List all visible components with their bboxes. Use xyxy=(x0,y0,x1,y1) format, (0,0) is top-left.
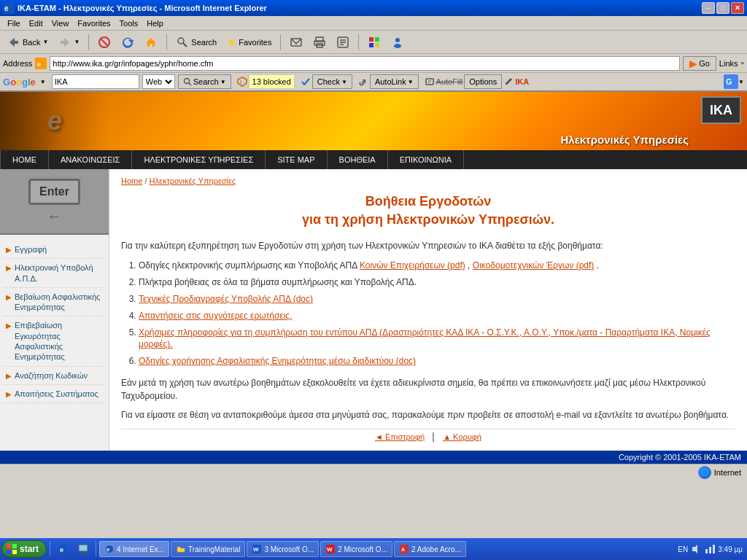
google-search-input[interactable] xyxy=(52,74,139,89)
menu-view[interactable]: View xyxy=(47,18,74,29)
user-icon xyxy=(391,36,404,49)
sidebar-item-verify-clearance[interactable]: ▶ Επιβεβαίωση Εγκυρότητας Ασφαλιστικής Ε… xyxy=(3,316,106,366)
toolbar: Back ▼ ▼ Search ★ Favorites xyxy=(0,31,747,54)
stop-button[interactable] xyxy=(93,33,115,52)
svg-text:W: W xyxy=(253,546,259,553)
minimize-button[interactable]: ─ xyxy=(702,2,715,14)
svg-text:G: G xyxy=(726,77,732,86)
link-oikodomo[interactable]: Οικοδομοτεχνικών Έργων (pdf) xyxy=(473,260,595,271)
link-insurance-guide[interactable]: Οδηγίες χορήγησης Ασφαλιστικής Ενημερότη… xyxy=(139,356,416,366)
sidebar-item-search-codes[interactable]: ▶ Αναζήτηση Κωδικών xyxy=(3,367,106,385)
list-item-2: Πλήκτρα βοήθειας σε όλα τα βήματα συμπλή… xyxy=(139,276,735,289)
sidebar-item-system-requirements[interactable]: ▶ Απαιτήσεις Συστήματος xyxy=(3,385,106,403)
nav-sitemap[interactable]: SITE MAP xyxy=(266,150,327,169)
start-button[interactable]: start xyxy=(1,540,47,558)
close-button[interactable]: ✕ xyxy=(731,2,744,14)
taskbar-item-ie[interactable]: e 4 Internet Ex... xyxy=(99,541,169,557)
content-area: Enter ← ▶ Εγγραφή ▶ Ηλεκτρονική Υποβολή … xyxy=(0,169,747,451)
top-link[interactable]: ▲ Κορυφή xyxy=(443,432,481,441)
nav-announcements[interactable]: ΑΝΑΚΟΙΝΩΣΕΙΣ xyxy=(49,150,132,169)
edit-button[interactable] xyxy=(332,33,354,52)
forward-button[interactable]: ▼ xyxy=(54,33,84,52)
taskbar-item-msoffice2[interactable]: W 2 Microsoft O... xyxy=(320,541,392,557)
address-input[interactable] xyxy=(50,56,680,71)
arrow-icon: ▶ xyxy=(6,292,12,302)
folder-taskbar-icon xyxy=(176,544,186,554)
menu-bar: File Edit View Favorites Tools Help xyxy=(0,16,747,31)
svg-line-27 xyxy=(188,83,191,86)
link-faq[interactable]: Απαντήσεις στις συχνότερες ερωτήσεις. xyxy=(139,311,292,321)
list-item-3: Τεχνικές Προδιαγραφές Υποβολής ΑΠΔ (doc) xyxy=(139,293,735,306)
nav-services[interactable]: ΗΛΕΚΤΡΟΝΙΚΕΣ ΥΠΗΡΕΣΙΕΣ xyxy=(132,150,266,169)
arrow-icon: ▶ xyxy=(6,245,12,254)
stop-icon xyxy=(98,36,111,49)
options-button[interactable]: Options xyxy=(464,74,502,89)
svg-rect-53 xyxy=(705,549,708,553)
sidebar: Enter ← ▶ Εγγραφή ▶ Ηλεκτρονική Υποβολή … xyxy=(0,169,109,451)
header-title-text: Ηλεκτρονικές Υπηρεσίες xyxy=(560,133,689,146)
list-item-6: Οδηγίες χορήγησης Ασφαλιστικής Ενημερότη… xyxy=(139,355,735,368)
google-dropdown-icon: ▼ xyxy=(40,79,46,85)
menu-tools[interactable]: Tools xyxy=(115,18,143,29)
copyright-text: Copyright © 2001-2005 ΙΚΑ-ΕΤΑΜ xyxy=(619,453,741,462)
taskbar-item-msoffice1[interactable]: W 3 Microsoft O... xyxy=(247,541,319,557)
back-link[interactable]: ◄ Επιστροφή xyxy=(375,432,425,441)
svg-marker-3 xyxy=(9,38,18,47)
taskbar-item-acrobat[interactable]: A 2 Adobe Acro... xyxy=(394,541,466,557)
maximize-button[interactable]: □ xyxy=(716,2,729,14)
google-search-button[interactable]: Search ▼ xyxy=(178,74,231,89)
check-button[interactable]: Check ▼ xyxy=(312,74,352,89)
home-button[interactable] xyxy=(140,33,162,52)
quicklaunch-ie[interactable]: e xyxy=(53,541,72,557)
list-item-4: Απαντήσεις στις συχνότερες ερωτήσεις. xyxy=(139,310,735,322)
nav-help[interactable]: ΒΟΗΘΕΙΑ xyxy=(328,150,388,169)
svg-rect-21 xyxy=(375,43,379,47)
print-button[interactable] xyxy=(309,33,330,52)
sidebar-item-registration[interactable]: ▶ Εγγραφή xyxy=(3,241,106,259)
menu-favorites[interactable]: Favorites xyxy=(73,18,115,29)
google-search-dropdown[interactable]: Web xyxy=(142,74,175,89)
svg-rect-35 xyxy=(6,466,18,478)
svg-rect-54 xyxy=(709,547,711,553)
go-button[interactable]: ▶ Go xyxy=(683,56,716,71)
breadcrumb-home[interactable]: Home xyxy=(121,176,142,185)
google-options-dropdown-icon: ▼ xyxy=(738,79,744,85)
nav-home[interactable]: HOME xyxy=(0,150,49,169)
list-item-1: Οδηγίες ηλεκτρονικής συμπλήρωσης και Υπο… xyxy=(139,260,735,272)
autolink-button[interactable]: AutoLink ▼ xyxy=(370,74,419,89)
link-technical[interactable]: Τεχνικές Προδιαγραφές Υποβολής ΑΠΔ (doc) xyxy=(139,294,313,304)
sidebar-item-insurance-clearance[interactable]: ▶ Βεβαίωση Ασφαλιστικής Ενημερότητας xyxy=(3,288,106,317)
tray-lang: EN xyxy=(678,545,688,553)
svg-line-6 xyxy=(101,39,107,45)
link-useful-info[interactable]: Χρήσιμες πληροφορίες για τη συμπλήρωση τ… xyxy=(139,327,711,350)
ie-taskbar-icon: e xyxy=(104,544,115,554)
menu-edit[interactable]: Edit xyxy=(25,18,47,29)
mail-button[interactable] xyxy=(285,33,307,52)
windows-button[interactable] xyxy=(363,33,385,52)
banner-decorative: e xyxy=(47,106,62,136)
favorites-icon: ★ xyxy=(227,36,236,48)
back-button[interactable]: Back ▼ xyxy=(3,33,53,52)
svg-rect-18 xyxy=(369,37,374,42)
ie-quicklaunch-icon: e xyxy=(58,544,68,554)
nav-contact[interactable]: ΕΠΙΚΟΙΝΩΝΙΑ xyxy=(388,150,464,169)
banner-left: e xyxy=(0,92,109,150)
taskbar-item-training[interactable]: TrainingMaterial xyxy=(171,541,245,557)
arrow-icon: ▶ xyxy=(6,389,12,399)
back-icon xyxy=(7,36,20,49)
search-button[interactable]: Search xyxy=(171,33,221,52)
user-button[interactable] xyxy=(387,33,409,52)
google-logo: Google xyxy=(3,77,36,88)
links-label[interactable]: Links xyxy=(719,59,738,68)
breadcrumb-current[interactable]: Ηλεκτρονικές Υπηρεσίες xyxy=(150,176,236,185)
quicklaunch-desktop[interactable] xyxy=(74,541,93,557)
menu-help[interactable]: Help xyxy=(142,18,168,29)
refresh-button[interactable] xyxy=(117,33,139,52)
footer-text-2: Για να είμαστε σε θέση να ανταποκριθούμε… xyxy=(121,408,735,421)
ika-banner: e Ηλεκτρονικές Υπηρεσίες IKA xyxy=(0,92,747,150)
sidebar-item-electronic-submission[interactable]: ▶ Ηλεκτρονική Υποβολή Α.Π.Δ. xyxy=(3,259,106,288)
svg-marker-7 xyxy=(146,38,156,47)
menu-file[interactable]: File xyxy=(3,18,25,29)
link-koines[interactable]: Κοινών Επιχειρήσεων (pdf) xyxy=(360,260,465,271)
favorites-button[interactable]: ★ Favorites xyxy=(222,33,276,52)
